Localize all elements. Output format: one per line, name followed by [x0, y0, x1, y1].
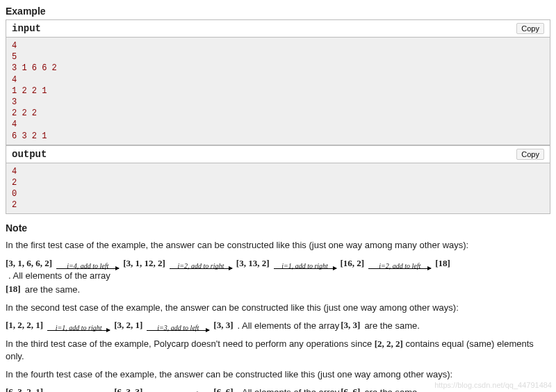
array: [3, 1, 6, 6, 2] [6, 258, 52, 269]
array: [3, 3] [341, 320, 360, 331]
tail-text: . All elements of the array [238, 320, 340, 331]
array: [3, 2, 1] [114, 320, 142, 331]
chain-2: [1, 2, 2, 1] i=1, add to right [3, 2, 1]… [6, 320, 550, 331]
tail-text: . All elements of the array [8, 270, 111, 281]
copy-output-button[interactable]: Copy [516, 149, 544, 160]
array: [2, 2, 2] [375, 338, 403, 349]
note-p4: In the fourth test case of the example, … [6, 368, 550, 381]
output-header: output Copy [6, 146, 550, 163]
step-arrow: i=3, add to left [147, 324, 209, 331]
input-body: 4 5 3 1 6 6 2 4 1 2 2 1 3 2 2 2 4 6 3 2 … [6, 38, 550, 145]
copy-input-button[interactable]: Copy [516, 23, 544, 34]
input-block: input Copy 4 5 3 1 6 6 2 4 1 2 2 1 3 2 2… [6, 19, 550, 145]
output-label: output [12, 149, 47, 160]
array: [16, 2] [341, 258, 365, 269]
array: [3, 3] [213, 320, 233, 331]
array: [18] [6, 284, 21, 295]
example-heading: Example [6, 6, 550, 17]
chain-4: [6, 3, 2, 1] i=3, add to right [6, 3, 3]… [6, 386, 550, 392]
note-heading: Note [6, 222, 550, 234]
step-arrow: i=1, add to right [47, 324, 110, 331]
note-p1: In the first test case of the example, t… [6, 239, 550, 252]
note-p2: In the second test case of the example, … [6, 302, 550, 314]
array: [3, 1, 12, 2] [123, 258, 165, 269]
tail-text: are the same. [364, 387, 420, 392]
array: [1, 2, 2, 1] [6, 320, 43, 331]
step-arrow: i=2, add to right [170, 262, 232, 269]
step-arrow: i=2, add to left [368, 262, 431, 269]
note-section: Note In the first test case of the examp… [6, 222, 550, 392]
array: [6, 6] [341, 386, 360, 392]
output-body: 4 2 0 2 [6, 163, 550, 214]
chain-1b: [18] are the same. [6, 284, 550, 295]
array: [6, 3, 3] [114, 386, 142, 392]
tail-text: . All elements of the array [238, 387, 340, 392]
chain-1: [3, 1, 6, 6, 2] i=4, add to left [3, 1, … [6, 258, 550, 281]
note-p3: In the third test case of the example, P… [6, 338, 550, 363]
array: [6, 3, 2, 1] [6, 386, 43, 392]
array: [3, 13, 2] [236, 258, 270, 269]
array: [6, 6] [213, 386, 233, 392]
input-label: input [12, 23, 41, 34]
array: [18] [435, 258, 450, 269]
note-p3a: In the third test case of the example, P… [6, 338, 375, 349]
step-arrow: i=4, add to left [56, 262, 119, 269]
tail-text: are the same. [364, 320, 420, 331]
input-header: input Copy [6, 20, 550, 38]
tail-text: are the same. [25, 284, 81, 295]
step-arrow: i=1, add to right [274, 262, 336, 269]
output-block: output Copy 4 2 0 2 [6, 145, 550, 215]
